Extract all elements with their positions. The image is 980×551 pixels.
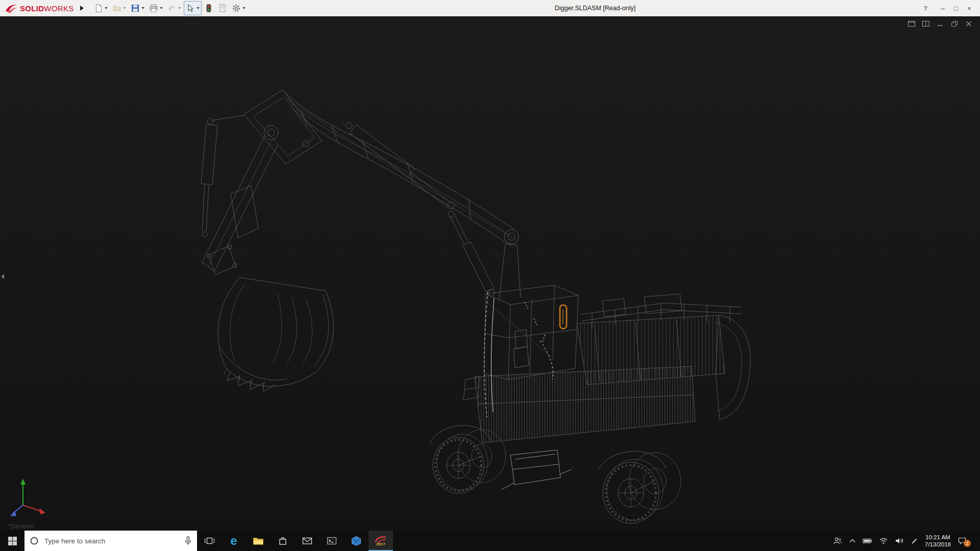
dassault-swoosh-icon <box>4 3 18 13</box>
window-controls: ? – □ × <box>919 0 976 16</box>
model-stabilizer-blade[interactable] <box>501 450 572 490</box>
windows-taskbar: e 2017 <box>0 531 980 551</box>
solidworks-year-label: 2017 <box>376 542 385 546</box>
edge-button[interactable]: e <box>222 531 246 551</box>
close-button[interactable]: × <box>963 5 976 12</box>
brand-solid: SOLID <box>20 4 44 13</box>
model-wireframe-excavator[interactable] <box>0 16 980 531</box>
select-cursor-icon <box>186 4 195 13</box>
file-properties-button[interactable] <box>216 1 229 15</box>
options-gear-icon <box>232 4 241 13</box>
save-icon <box>131 4 140 13</box>
orientation-triad <box>10 479 45 516</box>
microphone-icon[interactable] <box>184 536 192 545</box>
solidworks-desktop: { "titlebar": { "brand_primary": "SOLID"… <box>0 0 980 551</box>
model-body-cab[interactable] <box>463 285 750 443</box>
search-input[interactable] <box>43 537 180 545</box>
brand-wordmark: SOLIDWORKS <box>20 4 74 13</box>
doc-restore-icon[interactable] <box>949 19 960 28</box>
featuremanager-flyout-arrow[interactable] <box>1 274 4 279</box>
pen-icon[interactable] <box>911 537 918 545</box>
solidworks-app-button[interactable]: 2017 <box>369 531 393 551</box>
file-explorer-icon <box>253 536 264 545</box>
clock-time: 10:21 AM <box>925 534 951 541</box>
dropdown-caret-icon[interactable] <box>197 7 200 9</box>
hidden-icons-chevron-icon[interactable] <box>849 538 856 544</box>
file-explorer-button[interactable] <box>246 531 271 551</box>
model-boom-arm[interactable] <box>201 90 521 300</box>
open-button[interactable] <box>110 1 128 15</box>
mail-envelope-icon <box>302 537 312 545</box>
task-view-button[interactable] <box>197 531 222 551</box>
file-properties-icon <box>218 4 227 13</box>
edrawings-button[interactable] <box>344 531 369 551</box>
windows-logo-icon <box>8 537 17 545</box>
command-prompt-icon <box>327 536 337 545</box>
model-bucket[interactable] <box>218 278 333 391</box>
print-icon <box>149 4 158 13</box>
doc-window-icon-2[interactable] <box>921 19 931 28</box>
system-tray: 10:21 AM 7/13/2018 2 <box>833 531 980 551</box>
solidworks-app-icon: 2017 <box>375 536 387 546</box>
model-selected-component[interactable] <box>560 305 567 329</box>
people-icon[interactable] <box>833 537 842 545</box>
action-center-button[interactable]: 2 <box>958 537 967 545</box>
brand-works: WORKS <box>44 4 74 13</box>
store-bag-icon <box>278 536 287 546</box>
dropdown-caret-icon[interactable] <box>141 7 144 9</box>
dropdown-caret-icon[interactable] <box>123 7 126 9</box>
solidworks-logo: SOLIDWORKS <box>0 3 74 13</box>
minimize-button[interactable]: – <box>936 5 949 12</box>
taskbar-clock[interactable]: 10:21 AM 7/13/2018 <box>925 534 951 548</box>
mail-button[interactable] <box>295 531 320 551</box>
volume-icon[interactable] <box>895 537 904 544</box>
save-button[interactable] <box>129 1 146 15</box>
model-undercarriage-wheels[interactable] <box>430 425 681 523</box>
wifi-icon[interactable] <box>879 537 888 544</box>
cortana-ring-icon <box>30 536 39 545</box>
notification-badge: 2 <box>964 540 971 547</box>
blue-cube-icon <box>351 536 361 546</box>
dropdown-caret-icon[interactable] <box>178 7 181 9</box>
undo-icon <box>167 4 177 13</box>
doc-window-icon[interactable] <box>906 19 917 28</box>
document-window-controls <box>906 19 974 28</box>
standard-toolbar <box>92 1 248 15</box>
dropdown-caret-icon[interactable] <box>105 7 108 9</box>
view-orientation-label: *Dimetric <box>8 522 35 530</box>
titlebar: SOLIDWORKS <box>0 0 980 16</box>
start-button[interactable] <box>0 531 24 551</box>
dropdown-caret-icon[interactable] <box>242 7 246 9</box>
doc-minimize-icon[interactable] <box>935 19 945 28</box>
undo-button[interactable] <box>165 1 183 15</box>
open-folder-icon <box>112 4 121 13</box>
new-document-button[interactable] <box>92 1 110 15</box>
store-button[interactable] <box>271 531 295 551</box>
maximize-button[interactable]: □ <box>949 5 963 12</box>
help-button[interactable]: ? <box>919 5 932 12</box>
rebuild-button[interactable] <box>202 1 215 15</box>
graphics-viewport[interactable]: *Dimetric <box>0 16 980 531</box>
doc-close-icon[interactable] <box>964 19 974 28</box>
new-document-icon <box>94 4 103 13</box>
rebuild-traffic-light-icon <box>204 4 213 13</box>
task-view-icon <box>204 536 215 545</box>
select-tool-button[interactable] <box>184 1 202 15</box>
window-title: Digger.SLDASM [Read-only] <box>555 0 635 16</box>
print-button[interactable] <box>147 1 165 15</box>
edge-icon: e <box>231 534 237 548</box>
clock-date: 7/13/2018 <box>925 541 951 548</box>
battery-icon[interactable] <box>863 538 872 544</box>
taskbar-apps: e 2017 <box>197 531 393 551</box>
command-prompt-button[interactable] <box>320 531 344 551</box>
menu-expand-arrow[interactable] <box>80 6 84 11</box>
dropdown-caret-icon[interactable] <box>160 7 163 9</box>
options-button[interactable] <box>230 1 248 15</box>
taskbar-search[interactable] <box>24 531 197 551</box>
